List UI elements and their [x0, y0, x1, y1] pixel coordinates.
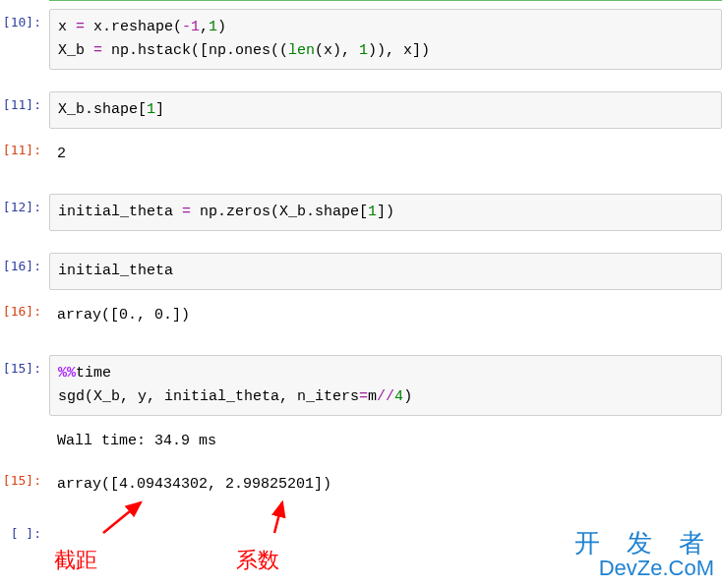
code-input-12[interactable]: initial_theta = np.zeros(X_b.shape[1]) [49, 194, 722, 231]
out-prompt-11: [11]: [0, 137, 49, 157]
annotation-coef: 系数 [236, 546, 279, 575]
annotation-layer: 截距 系数 [ ]: 开 发 者 DevZe.CoM [0, 506, 722, 585]
in-prompt-11: [11]: [0, 91, 49, 112]
code-input-15[interactable]: %%time sgd(X_b, y, initial_theta, n_iter… [49, 355, 722, 416]
output-cell-11: [11]: 2 [0, 133, 722, 176]
code-cell-12: [12]: initial_theta = np.zeros(X_b.shape… [0, 190, 722, 235]
code-input-11[interactable]: X_b.shape[1] [49, 91, 722, 129]
code-cell-empty: [ ]: [0, 516, 722, 545]
out-prompt-16: [16]: [0, 298, 49, 319]
output-text-11: 2 [49, 137, 722, 172]
in-prompt-16: [16]: [0, 253, 49, 273]
in-prompt-15: [15]: [0, 355, 49, 376]
code-input-10[interactable]: x = x.reshape(-1,1) X_b = np.hstack([np.… [49, 9, 722, 70]
code-cell-16: [16]: initial_theta [0, 249, 722, 294]
watermark-en: DevZe.CoM [574, 557, 714, 579]
code-input-16[interactable]: initial_theta [49, 253, 722, 290]
code-cell-15: [15]: %%time sgd(X_b, y, initial_theta, … [0, 351, 722, 420]
in-prompt-12: [12]: [0, 194, 49, 214]
stdout-cell-15: Wall time: 34.9 ms [0, 420, 722, 463]
output-text-16: array([0., 0.]) [49, 298, 722, 333]
in-prompt-10: [10]: [0, 9, 49, 29]
output-cell-16: [16]: array([0., 0.]) [0, 294, 722, 337]
code-cell-10: [10]: x = x.reshape(-1,1) X_b = np.hstac… [0, 5, 722, 74]
annotation-intercept: 截距 [54, 546, 97, 575]
in-prompt-empty: [ ]: [0, 520, 49, 541]
out-prompt-15: [15]: [0, 467, 49, 488]
wall-time-15: Wall time: 34.9 ms [49, 424, 722, 459]
output-text-15: array([4.09434302, 2.99825201]) [49, 467, 722, 502]
code-cell-11: [11]: X_b.shape[1] [0, 88, 722, 133]
